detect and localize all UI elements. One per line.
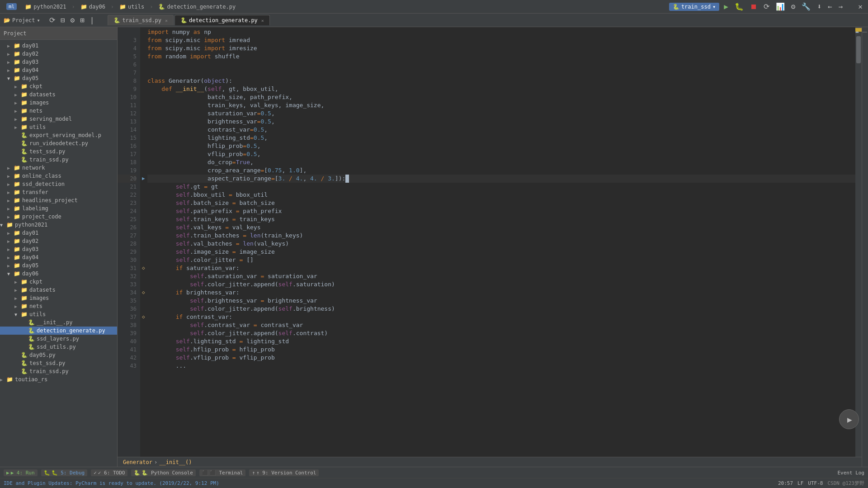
debug-button[interactable]: 🐛 [733,1,745,12]
line-separator[interactable]: LF [797,480,803,486]
debug-panel-btn[interactable]: 🐛 🐛 5: Debug [41,469,88,476]
sidebar-item-transfer[interactable]: ▶ 📁 transfer [0,188,117,196]
settings2-button[interactable]: ⚙ [68,15,76,25]
profile-button[interactable]: ⚙ [789,1,797,12]
run-icon: 🐍 [673,4,679,10]
sidebar-item-ssd-layers[interactable]: ▶ 🐍 ssd_layers.py [0,335,117,343]
sidebar-item-d06-utils[interactable]: ▼ 📁 utils [0,310,117,318]
tab1-close[interactable]: ✕ [165,18,168,23]
sidebar-item-d06-test[interactable]: ▶ 🐍 test_ssd.py [0,359,117,367]
sidebar-item-python2021[interactable]: ▼ 📁 python2021 [0,221,117,229]
run-config-selector[interactable]: 🐍 train_ssd ▾ [669,3,719,11]
close-button[interactable]: ✕ [856,1,864,12]
code-content[interactable]: import numpy as np from scipy.misc impor… [140,27,855,457]
sidebar-item-day04[interactable]: ▶ 📁 day04 [0,66,117,74]
code-line-38: self.contrast_var = contrast_var [147,321,855,329]
scroll-thumb[interactable] [856,36,861,63]
tab-train-ssd[interactable]: 🐍 train_ssd.py ✕ [108,15,174,25]
collapse-all-button[interactable]: ⊟ [59,15,67,25]
event-log-label[interactable]: Event Log [837,470,864,476]
status-bar: IDE and Plugin Updates: PyCharm is ready… [0,478,868,488]
tab2-close[interactable]: ✕ [261,18,264,23]
sidebar-item-project-code[interactable]: ▶ 📁 project_code [0,213,117,221]
sidebar-tree[interactable]: ▶ 📁 day01 ▶ 📁 day02 ▶ 📁 day03 ▶ 📁 day04 [0,40,117,467]
sidebar-item-ssd-det[interactable]: ▶ 📁 ssd_detection [0,180,117,188]
sidebar-item-detection-generate[interactable]: ▶ 🐍 detection_generate.py [0,327,117,335]
status-message: IDE and Plugin Updates: PyCharm is ready… [4,480,219,486]
sidebar-item-day02[interactable]: ▶ 📁 day02 [0,50,117,58]
todo-panel-btn[interactable]: ✓ ✓ 6: TODO [91,469,127,476]
sidebar-item-day03[interactable]: ▶ 📁 day03 [0,58,117,66]
sidebar-item-p2021-day04[interactable]: ▶ 📁 day04 [0,253,117,261]
sidebar-item-train-ssd[interactable]: ▶ 🐍 train_ssd.py [0,156,117,164]
code-line-35: self.brightness_var = brightness_var [147,297,855,305]
sidebar-item-d06-images[interactable]: ▶ 📁 images [0,294,117,302]
stop-button[interactable]: ⏹ [748,1,759,12]
right-panel-icon[interactable]: | [863,31,868,33]
sidebar-item-d06-nets[interactable]: ▶ 📁 nets [0,302,117,310]
sidebar-item-network[interactable]: ▶ 📁 network [0,164,117,172]
tab-detection-generate[interactable]: 🐍 detection_generate.py ✕ [175,15,270,25]
sidebar-item-images[interactable]: ▶ 📁 images [0,99,117,107]
sidebar-item-online[interactable]: ▶ 📁 online_class [0,172,117,180]
code-line-7 [147,69,855,77]
sidebar-item-headlines[interactable]: ▶ 📁 headlines_project [0,196,117,204]
coverage-button[interactable]: 📊 [774,1,787,12]
project-label[interactable]: 📂 Project ▾ [4,17,40,24]
sidebar-item-d06-datasets[interactable]: ▶ 📁 datasets [0,286,117,294]
sync-button[interactable]: ⟳ [47,15,57,25]
vertical-scrollbar[interactable]: ▲ [855,27,862,457]
tab-py-icon1: 🐍 [113,17,120,24]
sidebar-item-d06-day05[interactable]: ▶ 🐍 day05.py [0,351,117,359]
rerun-button[interactable]: ⟳ [762,1,771,12]
sidebar-item-day05[interactable]: ▼ 📁 day05 [0,74,117,82]
settings-button[interactable]: 🔧 [800,1,812,12]
code-editor[interactable]: 3 4 5 6 7 8 9 10 11 12 13 14 15 16 17 18… [118,27,862,457]
python2021-menu[interactable]: 📁 python2021 [22,3,69,11]
sidebar-item-p2021-day01[interactable]: ▶ 📁 day01 [0,229,117,237]
encoding-label[interactable]: UTF-8 [808,480,823,486]
breadcrumb-class[interactable]: Generator [123,459,152,465]
prev-button[interactable]: ← [826,1,834,12]
sidebar-item-ssd-utils[interactable]: ▶ 🐍 ssd_utils.py [0,343,117,351]
run-panel-btn[interactable]: ▶ ▶ 4: Run [4,469,38,476]
sidebar-item-test-ssd[interactable]: ▶ 🐍 test_ssd.py [0,147,117,156]
code-line-33: self.color_jitter.append(self.saturation… [147,280,855,289]
cursor-position: 20:57 [778,480,793,486]
sidebar-item-run-video[interactable]: ▶ 🐍 run_videodetect.py [0,139,117,147]
warning-indicator [855,28,862,32]
sidebar-item-d06-train[interactable]: ▶ 🐍 train_ssd.py [0,367,117,375]
detection-file-menu[interactable]: 🐍 detection_generate.py [156,3,238,11]
sidebar-item-day01[interactable]: ▶ 📁 day01 [0,42,117,50]
sidebar-item-labelimg[interactable]: ▶ 📁 labelimg [0,204,117,213]
sidebar-item-d06-ckpt[interactable]: ▶ 📁 ckpt [0,278,117,286]
floating-play-button[interactable]: ▶ [839,409,859,429]
sidebar-item-p2021-day05[interactable]: ▶ 📁 day05 [0,261,117,270]
terminal-btn[interactable]: ⬛ ⬛ Terminal [199,469,246,476]
sidebar-item-ckpt[interactable]: ▶ 📁 ckpt [0,82,117,90]
next-button[interactable]: → [837,1,845,12]
update-button[interactable]: ⬇ [815,1,823,12]
sidebar-item-utils-day05[interactable]: ▶ 📁 utils [0,123,117,131]
day06-menu[interactable]: 📁 day06 [78,3,108,11]
sidebar-item-nets[interactable]: ▶ 📁 nets [0,107,117,115]
sidebar-item-p2021-day03[interactable]: ▶ 📁 day03 [0,245,117,253]
sidebar-item-p2021-day02[interactable]: ▶ 📁 day02 [0,237,117,245]
run-button[interactable]: ▶ [722,1,730,12]
code-line-26: self.val_keys = val_keys [147,223,855,232]
layout-button[interactable]: ⊞ [78,15,86,25]
sidebar-item-datasets[interactable]: ▶ 📁 datasets [0,90,117,99]
ml-badge: ml [6,3,17,10]
sidebar-item-p2021-day06[interactable]: ▼ 📁 day06 [0,270,117,278]
ml-menu[interactable]: ml [4,2,19,11]
sidebar-item-serving[interactable]: ▶ 📁 serving_model [0,115,117,123]
version-control-btn[interactable]: ↑ ↑ 9: Version Control [249,469,319,476]
sidebar-item-export[interactable]: ▶ 🐍 export_serving_model.p [0,131,117,139]
split-button[interactable]: | [88,15,96,25]
sidebar-item-toutiao[interactable]: ▶ 📁 toutiao_rs [0,375,117,384]
python-console-btn[interactable]: 🐍 🐍 Python Console [131,469,195,476]
code-line-18: do_crop=True, [147,158,855,166]
breadcrumb-method[interactable]: __init__() [159,459,192,465]
sidebar-item-init[interactable]: ▶ 🐍 __init__.py [0,318,117,327]
utils-menu[interactable]: 📁 utils [117,3,147,11]
